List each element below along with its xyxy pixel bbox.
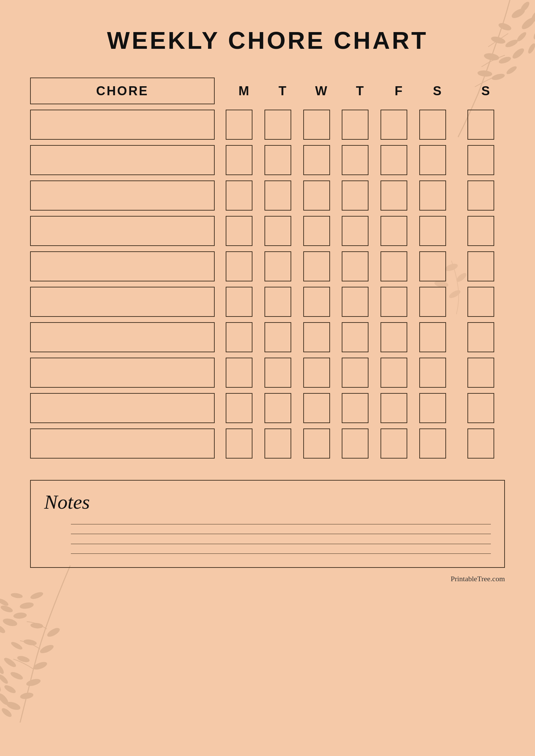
day-cell-row5-sun[interactable]	[466, 250, 505, 283]
svg-point-39	[0, 604, 14, 614]
day-cell-row6-wed[interactable]	[302, 285, 341, 318]
day-cell-row1-mon[interactable]	[224, 108, 263, 141]
day-cell-row2-fri[interactable]	[379, 144, 418, 176]
chore-cell-4[interactable]	[30, 215, 215, 247]
day-cell-row8-wed[interactable]	[302, 356, 341, 389]
day-cell-row9-sun[interactable]	[466, 392, 505, 424]
day-cell-row7-sat[interactable]	[418, 321, 457, 354]
day-cell-row9-mon[interactable]	[224, 392, 263, 424]
day-cell-row9-thu[interactable]	[340, 392, 379, 424]
day-cell-row4-mon[interactable]	[224, 215, 263, 247]
day-cell-row8-thu[interactable]	[340, 356, 379, 389]
notes-line-3	[71, 543, 491, 544]
day-cell-row10-tue[interactable]	[263, 427, 302, 460]
day-cell-row3-fri[interactable]	[379, 179, 418, 212]
day-cell-row8-sat[interactable]	[418, 356, 457, 389]
day-cell-row6-tue[interactable]	[263, 285, 302, 318]
chore-column-header: CHORE	[30, 78, 215, 104]
header-row: CHORE M T W T F S S	[30, 78, 505, 104]
day-cell-row2-thu[interactable]	[340, 144, 379, 176]
day-cell-row4-thu[interactable]	[340, 215, 379, 247]
day-cell-inner-row7-wed	[303, 322, 330, 352]
day-cell-row10-sat[interactable]	[418, 427, 457, 460]
day-cell-row7-mon[interactable]	[224, 321, 263, 354]
day-cell-row10-thu[interactable]	[340, 427, 379, 460]
chore-cell-5[interactable]	[30, 250, 215, 283]
day-cell-row5-thu[interactable]	[340, 250, 379, 283]
day-cell-row6-mon[interactable]	[224, 285, 263, 318]
day-cell-row5-fri[interactable]	[379, 250, 418, 283]
table-row	[30, 356, 505, 389]
day-cell-row1-thu[interactable]	[340, 108, 379, 141]
day-cell-row10-fri[interactable]	[379, 427, 418, 460]
day-cell-row7-wed[interactable]	[302, 321, 341, 354]
day-cell-row1-tue[interactable]	[263, 108, 302, 141]
svg-point-12	[527, 42, 535, 54]
day-cell-inner-row3-mon	[226, 180, 252, 211]
day-cell-row8-sun[interactable]	[466, 356, 505, 389]
day-cell-row3-sun[interactable]	[466, 179, 505, 212]
day-cell-row3-tue[interactable]	[263, 179, 302, 212]
day-cell-row7-tue[interactable]	[263, 321, 302, 354]
day-cell-inner-row7-thu	[342, 322, 368, 352]
day-cell-row9-fri[interactable]	[379, 392, 418, 424]
day-cell-row7-thu[interactable]	[340, 321, 379, 354]
day-cell-row5-tue[interactable]	[263, 250, 302, 283]
day-cell-row1-wed[interactable]	[302, 108, 341, 141]
day-cell-row1-fri[interactable]	[379, 108, 418, 141]
day-cell-row4-fri[interactable]	[379, 215, 418, 247]
day-cell-row9-wed[interactable]	[302, 392, 341, 424]
chore-cell-9[interactable]	[30, 392, 215, 424]
day-cell-row7-fri[interactable]	[379, 321, 418, 354]
day-cell-row3-wed[interactable]	[302, 179, 341, 212]
day-cell-inner-row6-tue	[264, 287, 291, 317]
row-spacer	[30, 141, 505, 144]
day-cell-row3-thu[interactable]	[340, 179, 379, 212]
day-cell-row1-sun[interactable]	[466, 108, 505, 141]
day-cell-inner-row1-mon	[226, 110, 252, 140]
day-cell-row4-wed[interactable]	[302, 215, 341, 247]
chore-cell-6[interactable]	[30, 285, 215, 318]
day-cell-inner-row5-tue	[264, 251, 291, 281]
day-cell-row5-wed[interactable]	[302, 250, 341, 283]
day-cell-row4-sun[interactable]	[466, 215, 505, 247]
day-cell-inner-row6-thu	[342, 287, 368, 317]
day-cell-row2-wed[interactable]	[302, 144, 341, 176]
day-cell-row6-sun[interactable]	[466, 285, 505, 318]
day-cell-row4-sat[interactable]	[418, 215, 457, 247]
day-cell-row8-fri[interactable]	[379, 356, 418, 389]
day-cell-row2-sun[interactable]	[466, 144, 505, 176]
day-cell-row2-tue[interactable]	[263, 144, 302, 176]
gap-cell	[215, 427, 224, 460]
chore-cell-3[interactable]	[30, 179, 215, 212]
chore-cell-7[interactable]	[30, 321, 215, 354]
day-cell-row6-thu[interactable]	[340, 285, 379, 318]
day-cell-row4-tue[interactable]	[263, 215, 302, 247]
chore-cell-10[interactable]	[30, 427, 215, 460]
day-cell-row8-tue[interactable]	[263, 356, 302, 389]
day-cell-row10-sun[interactable]	[466, 427, 505, 460]
day-cell-row1-sat[interactable]	[418, 108, 457, 141]
day-cell-row2-sat[interactable]	[418, 144, 457, 176]
day-cell-row3-mon[interactable]	[224, 179, 263, 212]
day-cell-row6-fri[interactable]	[379, 285, 418, 318]
chore-cell-8[interactable]	[30, 356, 215, 389]
day-cell-row9-tue[interactable]	[263, 392, 302, 424]
page-title: WEEKLY CHORE CHART	[30, 27, 505, 54]
day-cell-row6-sat[interactable]	[418, 285, 457, 318]
day-cell-row10-mon[interactable]	[224, 427, 263, 460]
day-cell-row8-mon[interactable]	[224, 356, 263, 389]
day-cell-row5-mon[interactable]	[224, 250, 263, 283]
day-cell-row5-sat[interactable]	[418, 250, 457, 283]
day-cell-row9-sat[interactable]	[418, 392, 457, 424]
svg-point-37	[0, 623, 6, 635]
chore-chart: CHORE M T W T F S S	[30, 78, 505, 460]
day-cell-row2-mon[interactable]	[224, 144, 263, 176]
day-cell-row7-sun[interactable]	[466, 321, 505, 354]
chore-cell-2[interactable]	[30, 144, 215, 176]
day-cell-row3-sat[interactable]	[418, 179, 457, 212]
chore-cell-1[interactable]	[30, 108, 215, 141]
day-cell-inner-row1-tue	[264, 110, 291, 140]
day-cell-row10-wed[interactable]	[302, 427, 341, 460]
svg-point-41	[10, 592, 23, 599]
